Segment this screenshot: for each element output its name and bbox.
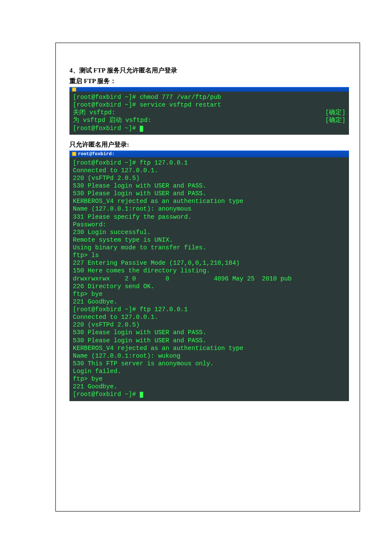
term2-line: 221 Goodbye. — [73, 298, 117, 305]
terminal-body: [root@foxbird ~]# ftp 127.0.0.1 Connecte… — [69, 157, 349, 401]
term2-line: 331 Please specify the password. — [73, 214, 191, 220]
term2-line: Name (127.0.0.1:root): anonymous — [73, 205, 191, 212]
term2-line: 530 Please login with USER and PASS. — [73, 190, 206, 197]
subheading-anon: 只允许匿名用户登录: — [69, 141, 349, 149]
cursor-icon — [140, 126, 143, 132]
subheading-restart: 重启 FTP 服务： — [69, 77, 349, 85]
term2-line: Connected to 127.0.0.1. — [73, 167, 158, 174]
term2-prompt: [root@foxbird ~]# — [73, 391, 140, 398]
term2-line: Remote system type is UNIX. — [73, 237, 173, 243]
term2-line: ftp> bye — [73, 291, 103, 298]
section-heading: 4、测试 FTP 服务只允许匿名用户登录 — [69, 66, 349, 75]
term2-line: Password: — [73, 221, 106, 228]
terminal-title-text: root@foxbird: — [78, 151, 115, 156]
term2-line: 220 (vsFTPd 2.0.5) — [73, 321, 140, 328]
page: 4、测试 FTP 服务只允许匿名用户登录 重启 FTP 服务： [root@fo… — [0, 0, 392, 546]
term2-line: KERBEROS_V4 rejected as an authenticatio… — [73, 345, 243, 352]
term2-line: [root@foxbird ~]# ftp 127.0.0.1 — [73, 306, 188, 313]
term1-line: [root@foxbird ~]# chmod 777 /var/ftp/pub — [73, 94, 221, 101]
term2-line: [root@foxbird ~]# ftp 127.0.0.1 — [73, 159, 188, 166]
term2-line: ftp> ls — [73, 252, 99, 259]
term1-line-left: 为 vsftpd 启动 vsftpd: — [73, 116, 151, 124]
term2-line: 530 Please login with USER and PASS. — [73, 182, 206, 189]
term1-line-right: [确定] — [326, 109, 346, 116]
term2-line: 226 Directory send OK. — [73, 283, 154, 290]
term2-line: Login failed. — [73, 368, 121, 375]
term2-line: 220 (vsFTPd 2.0.5) — [73, 175, 140, 182]
term2-line: 221 Goodbye. — [73, 383, 117, 390]
term2-line: 530 Please login with USER and PASS. — [73, 337, 206, 344]
term2-line: ftp> bye — [73, 376, 103, 382]
terminal-body: [root@foxbird ~]# chmod 777 /var/ftp/pub… — [69, 92, 349, 135]
term2-line: KERBEROS_V4 rejected as an authenticatio… — [73, 198, 243, 205]
term2-line: Connected to 127.0.0.1. — [73, 314, 158, 321]
term1-line-left: 关闭 vsftpd: — [73, 109, 115, 116]
putty-icon — [72, 87, 76, 92]
term1-prompt: [root@foxbird ~]# — [73, 125, 140, 132]
term2-line: 530 Please login with USER and PASS. — [73, 329, 206, 336]
term2-line: 230 Login successful. — [73, 229, 151, 236]
term1-line-right: [确定] — [326, 116, 346, 124]
terminal-titlebar — [69, 87, 349, 92]
term2-line: Using binary mode to transfer files. — [73, 244, 206, 251]
term1-line: [root@foxbird ~]# service vsftpd restart — [73, 101, 221, 108]
page-frame: 4、测试 FTP 服务只允许匿名用户登录 重启 FTP 服务： [root@fo… — [55, 43, 360, 512]
terminal-restart: [root@foxbird ~]# chmod 777 /var/ftp/pub… — [69, 87, 349, 135]
term2-line: 530 This FTP server is anonymous only. — [73, 360, 214, 367]
terminal-titlebar: root@foxbird: — [69, 150, 349, 157]
term2-line: 150 Here comes the directory listing. — [73, 267, 210, 274]
putty-icon — [72, 152, 76, 156]
term2-line: drwxrwxrwx 2 0 0 4096 May 25 2010 pub — [73, 275, 291, 282]
cursor-icon — [140, 392, 143, 398]
term2-line: 227 Entering Passive Mode (127,0,0,1,210… — [73, 260, 240, 266]
term2-line: Name (127.0.0.1:root): wukong — [73, 353, 180, 359]
terminal-anon-login: root@foxbird: [root@foxbird ~]# ftp 127.… — [69, 150, 349, 401]
